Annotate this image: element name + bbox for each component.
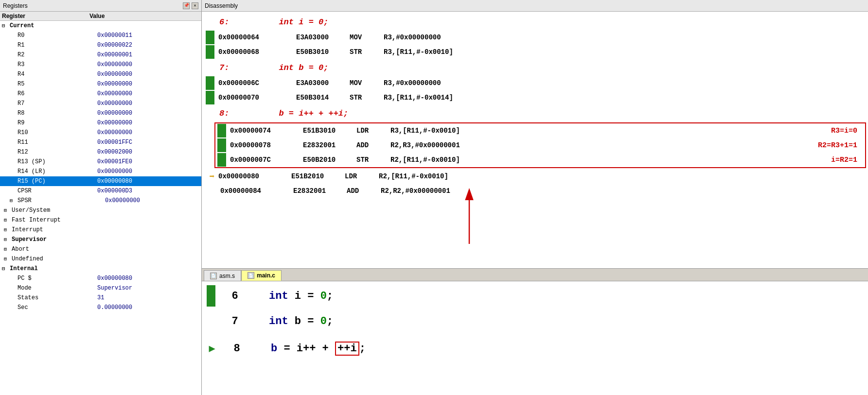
pin-button[interactable]: 📌 — [183, 2, 190, 9]
reg-r6[interactable]: R6 0x00000000 — [0, 89, 201, 99]
reg-spsr-name: SPSR — [18, 197, 105, 204]
reg-r12-name: R12 — [10, 149, 97, 155]
reg-r8-value: 0x00000000 — [97, 110, 132, 117]
reg-sec-name: Sec — [10, 304, 97, 311]
group-user-system[interactable]: ⊞ User/System — [0, 206, 201, 215]
group-fast-label: Fast Interrupt — [12, 217, 99, 223]
asm-addr-64: 0x00000064 — [218, 34, 296, 41]
tab-asm-label: asm.s — [219, 273, 235, 279]
asm-ops-78: R2,R3,#0x00000001 — [390, 141, 808, 149]
reg-pc-dollar[interactable]: PC $ 0x00000080 — [0, 274, 201, 283]
asm-ops-84: R2,R2,#0x00000001 — [381, 187, 450, 195]
asm-addr-84: 0x00000084 — [220, 187, 293, 195]
reg-r12[interactable]: R12 0x00002000 — [0, 147, 201, 157]
expand-icon-user: ⊞ — [4, 207, 10, 213]
group-interrupt[interactable]: ⊞ Interrupt — [0, 225, 201, 235]
reg-pc-dollar-value: 0x00000080 — [97, 275, 132, 282]
asm-line-7c: 0x0000007C E50B2010 STR R2,[R11,#-0x0010… — [215, 153, 865, 167]
reg-r4[interactable]: R4 0x00000000 — [0, 69, 201, 79]
reg-r10[interactable]: R10 0x00000000 — [0, 128, 201, 137]
reg-r0[interactable]: R0 0x00000011 — [0, 31, 201, 40]
src-line-8: ▶ 8 b = i++ + ++i; — [202, 334, 868, 363]
asm-hex-7c: E50B2010 — [303, 156, 356, 164]
green-bar-78 — [217, 138, 226, 152]
close-button[interactable]: ✕ — [192, 2, 198, 9]
annotation-7c: i=R2=1 — [831, 156, 857, 164]
reg-mode-value: Supervisor — [97, 285, 132, 292]
arrow-indicator-80: ➡ — [206, 170, 218, 183]
source-tabs: 📄 asm.s 📄 main.c — [202, 269, 868, 281]
tab-main-c[interactable]: 📄 main.c — [241, 270, 282, 281]
expand-icon-internal: ⊟ — [2, 266, 8, 272]
disassembly-titlebar: Disassembly — [202, 0, 868, 12]
group-supervisor[interactable]: ⊞ Supervisor — [0, 235, 201, 244]
src-code-8: b = i++ + ++i; — [251, 342, 366, 356]
asm-mnem-80: LDR — [345, 172, 379, 180]
expand-icon-undefined: ⊞ — [4, 256, 10, 262]
reg-r1[interactable]: R1 0x00000022 — [0, 40, 201, 50]
reg-r2-value: 0x00000001 — [97, 52, 132, 58]
tab-main-label: main.c — [257, 272, 275, 279]
asm-line-70: 0x00000070 E50B3014 STR R3,[R11,#-0x0014… — [202, 90, 868, 105]
asm-line-78: 0x00000078 E2832001 ADD R2,R3,#0x0000000… — [215, 138, 865, 153]
group-internal[interactable]: ⊟ Internal — [0, 264, 201, 274]
asm-hex-74: E51B3010 — [303, 127, 356, 135]
reg-r5-value: 0x00000000 — [97, 81, 132, 87]
src-linenum-6: 6 — [220, 290, 249, 302]
expand-icon-spsr: ⊞ — [10, 198, 16, 204]
reg-r3[interactable]: R3 0x00000000 — [0, 60, 201, 69]
src-indicator-6 — [206, 285, 216, 307]
group-abort[interactable]: ⊞ Abort — [0, 244, 201, 254]
expand-icon-supervisor: ⊞ — [4, 237, 10, 242]
reg-r9[interactable]: R9 0x00000000 — [0, 118, 201, 128]
reg-r13[interactable]: R13 (SP) 0x00001FE0 — [0, 157, 201, 167]
asm-comment-8-text: 8: b = i++ + ++i; — [219, 109, 348, 118]
asm-hex-70: E50B3014 — [296, 94, 350, 102]
reg-r1-value: 0x00000022 — [97, 42, 132, 49]
group-undefined[interactable]: ⊞ Undefined — [0, 254, 201, 264]
asm-addr-6c: 0x0000006C — [218, 79, 296, 87]
group-abort-label: Abort — [12, 246, 99, 253]
reg-cpsr-name: CPSR — [10, 188, 97, 194]
reg-mode[interactable]: Mode Supervisor — [0, 283, 201, 293]
source-body: 6 int i = 0; 7 int b = 0; — [202, 281, 868, 395]
group-current[interactable]: ⊟ Current — [0, 21, 201, 31]
group-interrupt-label: Interrupt — [12, 226, 99, 233]
reg-r4-name: R4 — [10, 71, 97, 78]
reg-r5-name: R5 — [10, 81, 97, 87]
reg-states-value: 31 — [97, 294, 104, 301]
asm-hex-6c: E3A03000 — [296, 79, 350, 87]
reg-r15[interactable]: R15 (PC) 0x00000080 — [0, 176, 201, 186]
tab-asm[interactable]: 📄 asm.s — [204, 270, 241, 281]
asm-mnem-64: MOV — [350, 34, 384, 41]
reg-spsr-value: 0x00000000 — [105, 197, 140, 204]
reg-sec[interactable]: Sec 0.00000000 — [0, 303, 201, 312]
reg-states[interactable]: States 31 — [0, 293, 201, 303]
reg-spsr[interactable]: ⊞ SPSR 0x00000000 — [0, 196, 201, 206]
asm-ops-74: R3,[R11,#-0x0010] — [390, 127, 821, 135]
reg-r13-value: 0x00001FE0 — [97, 158, 132, 165]
asm-mnem-78: ADD — [356, 141, 390, 149]
reg-r14-value: 0x00000000 — [97, 168, 132, 175]
asm-line-6c: 0x0000006C E3A03000 MOV R3,#0x00000000 — [202, 76, 868, 90]
right-panel: Disassembly 6: int i = 0; 0x00000064 E3A… — [202, 0, 868, 395]
reg-r7[interactable]: R7 0x00000000 — [0, 99, 201, 108]
reg-cpsr[interactable]: CPSR 0x000000D3 — [0, 186, 201, 196]
reg-r5[interactable]: R5 0x00000000 — [0, 79, 201, 89]
group-fast-interrupt[interactable]: ⊞ Fast Interrupt — [0, 215, 201, 225]
src-line-6: 6 int i = 0; — [202, 283, 868, 309]
expand-icon-abort: ⊞ — [4, 246, 10, 252]
reg-r8[interactable]: R8 0x00000000 — [0, 108, 201, 118]
asm-comment-6-text: 6: int i = 0; — [219, 17, 328, 27]
asm-line-64: 0x00000064 E3A03000 MOV R3,#0x00000000 — [202, 30, 868, 45]
src-indicator-8: ▶ — [206, 338, 218, 359]
reg-r6-value: 0x00000000 — [97, 90, 132, 97]
reg-r2[interactable]: R2 0x00000001 — [0, 50, 201, 60]
reg-r11[interactable]: R11 0x00001FFC — [0, 137, 201, 147]
disassembly-panel: Disassembly 6: int i = 0; 0x00000064 E3A… — [202, 0, 868, 269]
main-container: Registers 📌 ✕ Register Value ⊟ Current R… — [0, 0, 868, 395]
reg-r14[interactable]: R14 (LR) 0x00000000 — [0, 167, 201, 176]
src-empty-7 — [207, 310, 215, 332]
reg-r9-name: R9 — [10, 120, 97, 126]
registers-title: Registers — [3, 2, 28, 9]
